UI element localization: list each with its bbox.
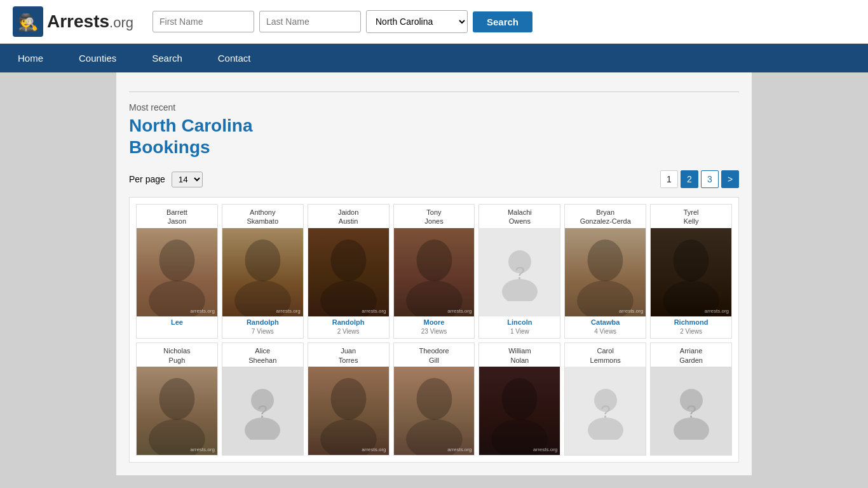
arrest-card[interactable]: ArrianeGarden ? <box>650 342 732 456</box>
card-name: MalachiOwens <box>479 205 560 228</box>
card-views: 7 Views <box>222 328 303 338</box>
arrest-card[interactable]: JaidonAustin arrests.orgRandolph2 Views <box>308 204 390 339</box>
arrest-card[interactable]: JuanTorres arrests.org <box>308 342 390 456</box>
card-name: AnthonySkambato <box>222 205 303 228</box>
card-county: Richmond <box>651 316 731 328</box>
arrest-card[interactable]: AnthonySkambato arrests.orgRandolph7 Vie… <box>222 204 304 339</box>
svg-point-6 <box>245 240 280 281</box>
logo-text: Arrests.org <box>47 11 133 32</box>
card-name: ArrianeGarden <box>651 343 731 367</box>
svg-text:?: ? <box>515 263 525 283</box>
card-county: Lee <box>137 316 217 328</box>
arrest-card[interactable]: WilliamNolan arrests.org <box>478 342 560 456</box>
last-name-input[interactable] <box>259 11 361 32</box>
arrest-card[interactable]: TonyJones arrests.orgMoore23 Views <box>393 204 475 339</box>
per-page-label: Per page <box>129 174 165 184</box>
card-image: arrests.org <box>565 228 646 317</box>
top-divider <box>129 92 739 92</box>
card-county: Moore <box>394 316 475 328</box>
card-name: WilliamNolan <box>479 343 560 367</box>
nav-counties[interactable]: Counties <box>61 44 134 72</box>
svg-text:?: ? <box>686 402 696 421</box>
first-name-input[interactable] <box>153 11 254 32</box>
card-views: 1 View <box>479 328 560 338</box>
arrest-card[interactable]: NicholasPugh arrests.org <box>136 342 218 456</box>
arrest-card[interactable]: AliceSheehan ? <box>222 342 304 456</box>
card-image: arrests.org <box>308 228 389 317</box>
arrest-card[interactable]: TyrelKelly arrests.orgRichmond2 Views <box>650 204 732 339</box>
card-name: BarrettJason <box>137 205 217 228</box>
search-form: AlabamaAlaskaArizonaArkansasCaliforniaCo… <box>153 10 855 33</box>
card-views: 4 Views <box>565 328 646 338</box>
card-image: arrests.org <box>137 228 217 317</box>
controls-row: Per page 14 28 42 1 2 3 > <box>129 170 739 188</box>
card-image: arrests.org <box>222 228 303 317</box>
card-image: ? <box>222 367 303 456</box>
card-image: arrests.org <box>479 367 560 456</box>
arrests-grid: BarrettJason arrests.orgLeeAnthonySkamba… <box>129 197 739 463</box>
header-search-button[interactable]: Search <box>473 11 532 32</box>
card-views: 2 Views <box>651 328 731 338</box>
card-image: ? <box>651 367 731 456</box>
page-next[interactable]: > <box>721 170 739 188</box>
arrest-card[interactable]: TheodoreGill arrests.org <box>393 342 475 456</box>
card-image: arrests.org <box>651 228 731 317</box>
card-name: JaidonAustin <box>308 205 389 228</box>
arrest-card[interactable]: CarolLemmons ? <box>564 342 646 456</box>
card-image: ? <box>479 228 560 317</box>
svg-point-30 <box>330 378 366 420</box>
card-county: Catawba <box>565 316 646 328</box>
arrest-card[interactable]: MalachiOwens ? Lincoln1 View <box>478 204 560 339</box>
svg-text:?: ? <box>600 402 611 421</box>
logo-icon: 🕵 <box>13 6 43 37</box>
card-image: arrests.org <box>394 367 475 456</box>
card-name: CarolLemmons <box>565 343 646 367</box>
site-header: 🕵 Arrests.org AlabamaAlaskaArizonaArkans… <box>0 0 868 44</box>
svg-point-36 <box>502 378 538 420</box>
most-recent-label: Most recent <box>129 102 739 112</box>
svg-point-21 <box>674 240 709 281</box>
card-image: arrests.org <box>308 367 389 456</box>
svg-text:?: ? <box>257 402 268 421</box>
card-image: arrests.org <box>394 228 475 317</box>
svg-point-18 <box>588 240 623 281</box>
nav-search[interactable]: Search <box>134 44 200 72</box>
svg-point-33 <box>416 378 452 420</box>
card-name: BryanGonzalez-Cerda <box>565 205 646 228</box>
page-title: North CarolinaBookings <box>129 115 739 158</box>
page-1: 1 <box>660 170 678 188</box>
site-logo[interactable]: 🕵 Arrests.org <box>13 6 133 37</box>
page-2[interactable]: 2 <box>681 170 698 188</box>
arrest-card[interactable]: BarrettJason arrests.orgLee <box>136 204 218 339</box>
svg-point-12 <box>416 240 452 281</box>
state-select[interactable]: AlabamaAlaskaArizonaArkansasCaliforniaCo… <box>366 10 468 33</box>
card-name: NicholasPugh <box>137 343 217 367</box>
card-name: TheodoreGill <box>394 343 475 367</box>
card-county: Lincoln <box>479 316 560 328</box>
card-name: TonyJones <box>394 205 475 228</box>
svg-point-9 <box>330 240 366 281</box>
svg-point-24 <box>159 378 195 420</box>
card-name: TyrelKelly <box>651 205 731 228</box>
per-page-select[interactable]: 14 28 42 <box>172 172 203 187</box>
page-3[interactable]: 3 <box>701 170 719 188</box>
card-name: AliceSheehan <box>222 343 303 367</box>
svg-text:🕵: 🕵 <box>18 12 39 32</box>
svg-point-3 <box>159 240 195 281</box>
card-image: arrests.org <box>137 367 217 456</box>
card-county: Randolph <box>308 316 389 328</box>
arrest-card[interactable]: BryanGonzalez-Cerda arrests.orgCatawba4 … <box>564 204 646 339</box>
card-image: ? <box>565 367 646 456</box>
nav-home[interactable]: Home <box>0 44 61 72</box>
pagination: 1 2 3 > <box>660 170 739 188</box>
card-views: 23 Views <box>394 328 475 338</box>
per-page-control: Per page 14 28 42 <box>129 172 203 187</box>
main-nav: Home Counties Search Contact <box>0 44 868 72</box>
card-county: Randolph <box>222 316 303 328</box>
main-content: Most recent North CarolinaBookings Per p… <box>116 72 752 475</box>
card-views: 2 Views <box>308 328 389 338</box>
nav-contact[interactable]: Contact <box>200 44 269 72</box>
card-name: JuanTorres <box>308 343 389 367</box>
